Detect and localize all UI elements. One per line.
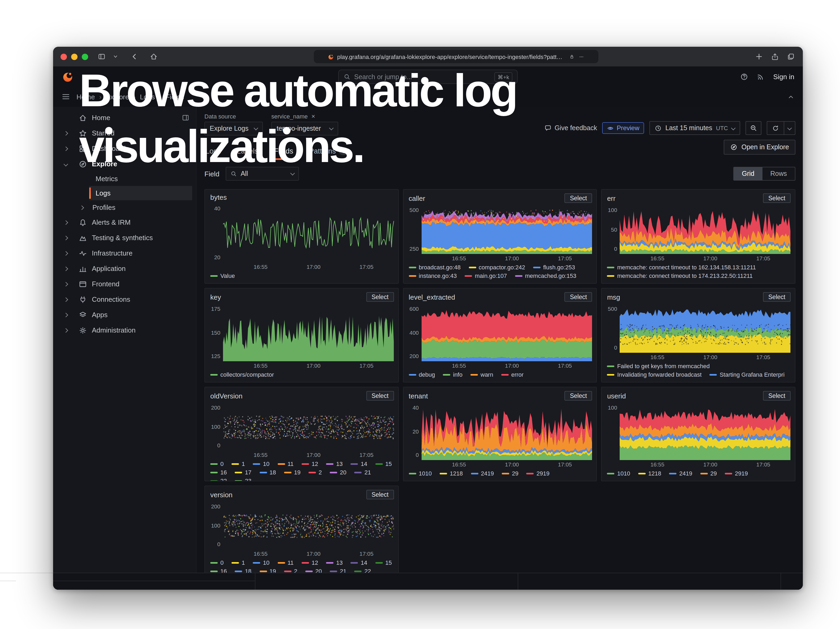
select-button[interactable]: Select bbox=[763, 391, 791, 401]
legend-item[interactable]: 10 bbox=[253, 461, 270, 467]
legend-item[interactable]: 22 bbox=[210, 477, 227, 481]
sidebar-item-logs[interactable]: Logs bbox=[89, 186, 192, 200]
collapse-section-icon[interactable] bbox=[788, 93, 794, 100]
refresh-interval-dropdown[interactable] bbox=[784, 122, 795, 134]
legend-item[interactable]: 18 bbox=[259, 469, 276, 476]
legend-item[interactable]: warn bbox=[471, 371, 493, 378]
news-rss-icon[interactable] bbox=[757, 73, 765, 81]
legend-item[interactable]: 20 bbox=[330, 469, 346, 476]
select-button[interactable]: Select bbox=[366, 391, 394, 401]
grafana-logo[interactable] bbox=[62, 70, 74, 82]
legend-item[interactable]: 14 bbox=[351, 559, 368, 566]
legend-item[interactable]: 12 bbox=[302, 461, 318, 467]
legend-item[interactable]: 14 bbox=[351, 461, 368, 467]
legend-item[interactable]: compactor.go:242 bbox=[469, 264, 525, 270]
legend-item[interactable]: flush.go:253 bbox=[533, 264, 575, 270]
legend-item[interactable]: 1218 bbox=[638, 470, 661, 477]
y-tick: 100 bbox=[211, 423, 220, 430]
legend-item[interactable]: 29 bbox=[502, 470, 518, 477]
select-button[interactable]: Select bbox=[763, 292, 791, 302]
legend-item[interactable]: Starting Grafana Enterpri bbox=[710, 371, 785, 378]
tab-overview-icon[interactable] bbox=[786, 52, 796, 62]
legend-item[interactable]: instance.go:43 bbox=[409, 273, 456, 279]
sidebar-item-testing-synthetics[interactable]: Testing & synthetics bbox=[53, 230, 196, 245]
legend-item[interactable]: 0 bbox=[210, 461, 224, 467]
legend-item[interactable]: 12 bbox=[302, 559, 318, 566]
legend-item[interactable]: 1 bbox=[232, 559, 245, 566]
legend-item[interactable]: 0 bbox=[210, 559, 224, 566]
legend-item[interactable]: error bbox=[501, 371, 524, 378]
select-button[interactable]: Select bbox=[763, 193, 791, 203]
browser-home-icon[interactable] bbox=[149, 52, 158, 62]
sidebar-item-frontend[interactable]: Frontend bbox=[53, 276, 196, 292]
give-feedback-link[interactable]: Give feedback bbox=[544, 124, 597, 132]
legend-item[interactable]: 1010 bbox=[409, 470, 432, 477]
time-range-picker[interactable]: Last 15 minutes UTC bbox=[649, 121, 740, 135]
sidebar-item-alerts-irm[interactable]: Alerts & IRM bbox=[53, 215, 196, 230]
url-bar[interactable]: play.grafana.org/a/grafana-lokiexplore-a… bbox=[314, 50, 598, 63]
legend-item[interactable]: 2919 bbox=[526, 470, 549, 477]
select-button[interactable]: Select bbox=[366, 490, 394, 499]
legend-item[interactable]: 2419 bbox=[471, 470, 494, 477]
legend-item[interactable]: 17 bbox=[235, 469, 252, 476]
legend-item[interactable]: 1010 bbox=[607, 470, 630, 477]
fullscreen-window-button[interactable] bbox=[82, 54, 88, 60]
legend-item[interactable]: memcached.go:153 bbox=[515, 273, 576, 279]
legend-item[interactable]: 21 bbox=[354, 469, 371, 476]
more-options-icon[interactable] bbox=[578, 54, 584, 60]
y-tick: 100 bbox=[211, 522, 220, 528]
help-icon[interactable] bbox=[741, 73, 748, 81]
legend-item[interactable]: 1218 bbox=[440, 470, 463, 477]
select-button[interactable]: Select bbox=[565, 292, 592, 302]
legend-item[interactable]: 13 bbox=[326, 559, 343, 566]
minimize-window-button[interactable] bbox=[71, 54, 77, 60]
legend-item[interactable]: Invalidating forwarded broadcast bbox=[607, 371, 702, 378]
legend-item[interactable]: 11 bbox=[278, 559, 294, 566]
legend-item[interactable]: 13 bbox=[326, 461, 343, 467]
legend-item[interactable]: Value bbox=[210, 273, 235, 279]
sidebar-item-infrastructure[interactable]: Infrastructure bbox=[53, 245, 196, 261]
chevron-down-icon[interactable] bbox=[111, 52, 120, 62]
legend-item[interactable]: 2419 bbox=[669, 470, 692, 477]
close-window-button[interactable] bbox=[60, 54, 67, 60]
legend-item[interactable]: 29 bbox=[700, 470, 717, 477]
menu-toggle-icon[interactable] bbox=[62, 92, 70, 101]
legend-item[interactable]: main.go:107 bbox=[464, 273, 507, 279]
select-button[interactable]: Select bbox=[366, 292, 394, 302]
legend-item[interactable]: 10 bbox=[253, 559, 270, 566]
legend-item[interactable]: memcache: connect timeout to 162.134.158… bbox=[607, 264, 756, 270]
legend-item[interactable]: 2 bbox=[308, 469, 322, 476]
sidebar-item-connections[interactable]: Connections bbox=[53, 292, 196, 307]
rows-view-button[interactable]: Rows bbox=[762, 168, 795, 180]
zoom-out-button[interactable] bbox=[745, 121, 761, 135]
sign-in-link[interactable]: Sign in bbox=[774, 73, 794, 81]
x-tick: 17:05 bbox=[360, 362, 374, 369]
legend-item[interactable]: 1 bbox=[232, 461, 245, 467]
open-in-explore-button[interactable]: Open in Explore bbox=[724, 140, 796, 155]
legend-item[interactable]: 2919 bbox=[725, 470, 748, 477]
legend-item[interactable]: memcache: connect timeout to 174.213.22.… bbox=[607, 273, 753, 279]
legend-item[interactable]: 19 bbox=[284, 469, 301, 476]
sidebar-item-administration[interactable]: Administration bbox=[53, 322, 196, 338]
share-icon[interactable] bbox=[770, 52, 780, 62]
sidebar-item-apps[interactable]: Apps bbox=[53, 307, 196, 322]
legend-item[interactable]: Failed to get keys from memcached bbox=[607, 363, 710, 369]
sidebar-item-application[interactable]: Application bbox=[53, 261, 196, 276]
legend-item[interactable]: 16 bbox=[210, 469, 227, 476]
legend-item[interactable]: collectors/compactor bbox=[210, 371, 274, 378]
legend-item[interactable]: broadcast.go:48 bbox=[409, 264, 461, 270]
legend-item[interactable]: debug bbox=[409, 371, 435, 378]
legend-item[interactable]: 23 bbox=[235, 477, 252, 481]
sidebar-item-profiles[interactable]: Profiles bbox=[79, 200, 192, 215]
select-button[interactable]: Select bbox=[565, 391, 592, 401]
refresh-button[interactable] bbox=[767, 122, 784, 134]
select-button[interactable]: Select bbox=[565, 193, 592, 203]
legend-item[interactable]: 15 bbox=[375, 461, 392, 467]
back-icon[interactable] bbox=[129, 52, 139, 62]
legend-item[interactable]: 11 bbox=[278, 461, 294, 467]
legend-item[interactable]: info bbox=[443, 371, 463, 378]
legend-item[interactable]: 15 bbox=[375, 559, 392, 566]
grid-view-button[interactable]: Grid bbox=[734, 168, 762, 180]
new-tab-icon[interactable] bbox=[754, 52, 764, 62]
browser-sidebar-toggle-icon[interactable] bbox=[96, 52, 106, 62]
